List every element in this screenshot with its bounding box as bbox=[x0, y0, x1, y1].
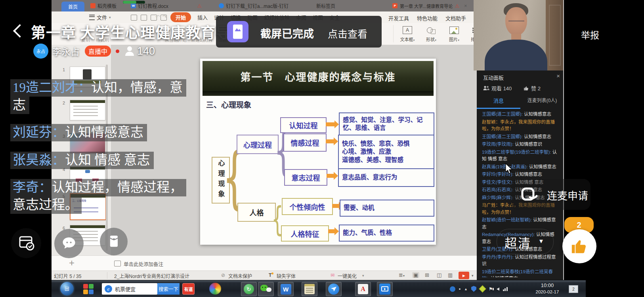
browser-tab[interactable]: 稻壳模板 bbox=[90, 0, 117, 11]
notes-view-icon[interactable]: ≣▾ bbox=[399, 272, 405, 278]
danmaku-list: 19造二刘才：认知，情感，意志刘延芬：认知情感意志张昊淼：认知 情感 意志李奇：… bbox=[10, 79, 185, 224]
box-cognition-items: 感觉、知觉、注意、学习、记忆、思维、语言 bbox=[339, 112, 434, 135]
live-stream-screen: 首页稻壳模板W钉钉教程.docx钉钉下载_钉钉a...mac版-钉钉新标签页 ⚠… bbox=[0, 0, 644, 297]
screenshot-toast[interactable]: 截屏已完成 点击查看 bbox=[216, 16, 382, 48]
taskbar-clock[interactable]: 10:00 2020-02-17 bbox=[529, 282, 566, 295]
tab-loading-bar bbox=[123, 1, 145, 4]
wps-app[interactable]: W bbox=[278, 282, 294, 296]
stream-title: 第一章 大学生心理健康教育导论 bbox=[31, 21, 246, 42]
node-traits: 人格特征 bbox=[281, 225, 329, 242]
document-protect-status[interactable]: 文档未保护 bbox=[228, 272, 252, 279]
chat-name: 石若岚(石若岚): bbox=[482, 187, 515, 192]
picture-tool[interactable]: 图片▾ bbox=[444, 25, 464, 42]
security-shield-icon[interactable] bbox=[471, 286, 476, 292]
slide: 第一节 心理健康的概念与标准 三、心理现象 心理现象 { 心理过程 { 认知过程… bbox=[200, 59, 436, 245]
arrow-right-icon bbox=[326, 139, 334, 143]
chevron-down-icon: ▾ bbox=[109, 15, 111, 19]
ribbon-tab-devtools[interactable]: 开发工具 bbox=[388, 14, 409, 22]
viewers-icon bbox=[483, 86, 489, 91]
taskbar-search-input[interactable]: e 机票便宜 bbox=[102, 283, 157, 295]
close-icon[interactable]: × bbox=[464, 3, 467, 9]
node-emotion: 情感过程 bbox=[283, 133, 327, 152]
missing-font-status[interactable]: 缺失字体 bbox=[277, 272, 296, 279]
arrow-right-icon bbox=[332, 204, 339, 208]
danmaku-name: 刘延芬： bbox=[13, 125, 65, 139]
ribbon-tab-special[interactable]: 特色功能 bbox=[417, 14, 438, 22]
mic-request-button[interactable]: 连麦申请 bbox=[510, 179, 590, 210]
doc-tab-label: 第一章 大学...健康教育导论 bbox=[400, 3, 453, 9]
app-manager-icon[interactable] bbox=[83, 284, 94, 294]
danmaku-text: 李奇：认知过程，情感过程，意志过程。 bbox=[10, 179, 186, 214]
live-badge: 直播中 bbox=[85, 46, 111, 57]
node-cognition: 认知过程 bbox=[280, 117, 327, 133]
video-player-app[interactable] bbox=[377, 282, 393, 296]
browser-tab[interactable]: 首页 bbox=[61, 2, 84, 11]
textbox-tool[interactable]: A 文本框▾ bbox=[397, 25, 418, 42]
chat-message: 赵真遥(19造一赵真遥): 认知情感意志 bbox=[482, 164, 559, 171]
browser-pinwheel-icon[interactable] bbox=[209, 283, 221, 295]
redo-icon[interactable]: ↷ bbox=[162, 14, 167, 20]
browse-view-icon[interactable]: ▥ bbox=[448, 272, 453, 278]
video-player-icon bbox=[379, 284, 390, 295]
red-packet-button[interactable] bbox=[100, 228, 128, 255]
danmaku-message: 刘延芬：认知情感意志 bbox=[10, 124, 185, 141]
mouse-cursor bbox=[505, 163, 514, 175]
file-menu-label: 文件 bbox=[97, 13, 107, 21]
browser-tab[interactable]: 钉钉下载_钉钉a...mac版-钉钉 bbox=[219, 0, 289, 11]
youdao-icon[interactable]: 有道 bbox=[182, 283, 195, 295]
panel-edge-line bbox=[563, 0, 564, 280]
volume-icon[interactable] bbox=[497, 287, 499, 291]
chat-button[interactable] bbox=[54, 229, 84, 258]
thumb-up-icon bbox=[524, 86, 529, 91]
ribbon-tab-doc-assistant[interactable]: 文档助手 bbox=[445, 14, 466, 22]
notepad-app[interactable] bbox=[302, 282, 317, 296]
toast-action[interactable]: 点击查看 bbox=[328, 26, 367, 40]
search-button[interactable]: 搜索一下 bbox=[157, 283, 180, 295]
undo-icon[interactable]: ↶ bbox=[155, 14, 160, 20]
export-icon[interactable] bbox=[141, 15, 147, 21]
chat-name: 王国郷(道二王国郷): bbox=[482, 134, 524, 139]
save-icon[interactable] bbox=[131, 15, 137, 21]
tab-mic-list[interactable]: 连麦列表(0人) bbox=[520, 97, 564, 103]
sign-in-button[interactable] bbox=[11, 228, 41, 258]
chevron-down-icon[interactable]: ▾ bbox=[472, 274, 474, 278]
network-signal-icon[interactable] bbox=[503, 287, 508, 291]
ribbon-tab[interactable]: 插入 bbox=[197, 13, 208, 21]
quick-access-toolbar[interactable] bbox=[131, 15, 167, 21]
close-icon[interactable]: × bbox=[556, 72, 560, 79]
show-desktop-button[interactable]: 2 bbox=[569, 285, 578, 293]
shapes-tool[interactable]: 形状▾ bbox=[421, 25, 441, 42]
danmaku-text: 张昊淼：认知 情感 意志 bbox=[10, 152, 154, 169]
start-button[interactable]: ⊞ bbox=[60, 282, 74, 295]
panel-tabs: 消息 连麦列表(0人) bbox=[477, 97, 564, 109]
wechat-app[interactable] bbox=[258, 282, 274, 296]
danmaku-message: 19造二刘才：认知，情感，意志 bbox=[10, 79, 185, 114]
dingtalk-app[interactable] bbox=[326, 282, 342, 296]
adobe-reader-app[interactable]: A bbox=[355, 282, 371, 296]
quality-selector[interactable]: 超清 ▼ bbox=[497, 229, 554, 254]
sorter-view-icon[interactable]: ⊞ bbox=[425, 272, 429, 278]
speedup-ball-app[interactable]: ↻ bbox=[241, 282, 257, 296]
tray-dot-icon[interactable] bbox=[459, 288, 461, 290]
notes-placeholder[interactable]: 单击此处添加备注 bbox=[124, 260, 163, 268]
chat-text: 认知情感意志 bbox=[524, 112, 551, 116]
door-frame bbox=[546, 0, 564, 70]
like-button[interactable] bbox=[562, 229, 596, 263]
beautify-button[interactable]: 一键美化 bbox=[338, 272, 357, 279]
reading-view-icon[interactable]: ◫ bbox=[437, 272, 441, 278]
browser-tab-presentation[interactable]: P 第一章 大学...健康教育导论 ⚠ × bbox=[392, 0, 467, 11]
browser-tab[interactable]: 新标签页 bbox=[316, 0, 335, 11]
antivirus-icon[interactable] bbox=[479, 285, 486, 292]
quality-label: 超清 bbox=[504, 233, 531, 251]
add-slide-button[interactable]: + bbox=[69, 257, 75, 268]
tab-messages[interactable]: 消息 bbox=[477, 97, 520, 104]
normal-view-icon[interactable]: ▣ bbox=[412, 272, 419, 278]
arrow-right-icon bbox=[327, 174, 334, 178]
thumbnail-number: 1 bbox=[63, 67, 65, 72]
tray-app-icon[interactable] bbox=[450, 286, 455, 292]
show-hidden-icons[interactable]: ▲ bbox=[464, 287, 468, 291]
rice-icon bbox=[90, 3, 96, 8]
streamer-avatar[interactable]: 永占 bbox=[33, 44, 48, 59]
report-button[interactable]: 举报 bbox=[581, 28, 599, 41]
slideshow-play-button[interactable]: ▶ bbox=[459, 272, 469, 279]
